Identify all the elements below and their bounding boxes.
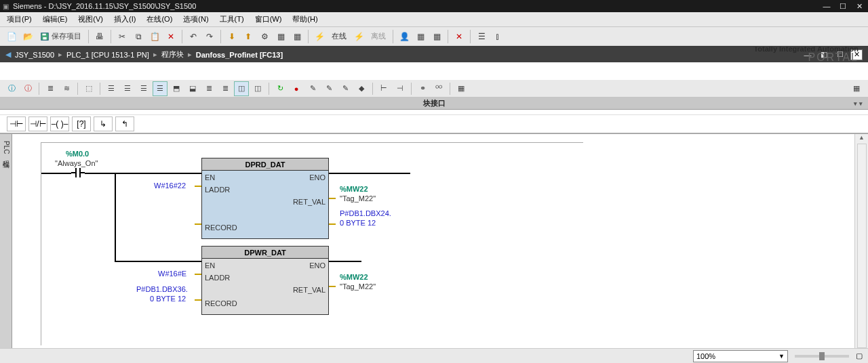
menu-options[interactable]: 选项(N) [179,13,212,26]
slider-thumb[interactable] [819,352,825,360]
tb-icon[interactable]: ⊢ [376,81,391,96]
stop-sim-icon[interactable]: ▦ [290,29,304,44]
branch-open-icon[interactable]: ↳ [94,116,113,131]
menu-help[interactable]: 帮助(H) [288,13,321,26]
scrollbar-track[interactable] [857,144,867,348]
print-icon[interactable]: 🖶 [92,29,107,44]
zoom-out-icon[interactable]: ▢ [856,351,863,360]
tb-icon[interactable]: ⚭ [415,81,430,96]
tb-icon[interactable]: ◫ [234,81,249,96]
dropdown-arrow-icon: ▼ [778,353,785,360]
block-interface-label: 块接口 [423,98,446,108]
contact-nc-icon[interactable]: ⊣/⊢ [28,116,47,131]
tb-icon[interactable]: ◫ [250,81,265,96]
tb-icon[interactable]: ᴼᴼ [431,81,446,96]
contact-no-icon[interactable]: ⊣⊢ [7,116,26,131]
tb-icon[interactable]: ⬚ [81,81,96,96]
laddr-value-2[interactable]: W#16#E [158,270,186,278]
go-offline-label[interactable]: 离线 [368,29,389,44]
accessible-devices-icon[interactable]: 👤 [397,29,412,44]
tb-icon[interactable]: ⬓ [185,81,200,96]
pin-laddr: LADDR [205,274,230,282]
tb-icon[interactable]: ☰ [104,81,119,96]
undo-icon[interactable]: ↶ [186,29,201,44]
tb-icon[interactable]: ✎ [305,81,320,96]
right-scrollbar[interactable]: ▲ ▼ [854,134,868,358]
tb-icon[interactable]: ≣ [218,81,233,96]
tb-icon[interactable]: ☰ [120,81,135,96]
new-project-icon[interactable]: 📄 [4,29,19,44]
left-side-tab[interactable]: PLC 编程 [0,134,12,358]
device-config-icon[interactable]: ▦ [413,29,428,44]
bc-project[interactable]: JSY_S1500 [15,51,54,59]
menu-insert[interactable]: 插入(I) [110,13,140,26]
upload-icon[interactable]: ⬆ [241,29,256,44]
tb-icon[interactable]: ≣ [201,81,216,96]
split-v-icon[interactable]: ⫿ [490,29,505,44]
chevron-down-icon: ▾ ▾ [854,100,863,107]
fb-dprd-dat[interactable]: DPRD_DAT EN LADDR RECORD ENO RET_VAL [201,158,329,239]
save-project-button[interactable]: 保存项目 [37,29,85,44]
toggle-interface-icon[interactable]: ▦ [849,81,864,96]
statusbar: 100% ▼ ▢ [0,348,868,363]
compile-icon[interactable]: ⚙ [257,29,272,44]
menu-view[interactable]: 视图(V) [74,13,107,26]
svg-rect-1 [43,33,46,35]
editor-area: PLC 编程 %M0.0 "Always_On" DPRD_DAT [0,134,868,358]
bc-plc[interactable]: PLC_1 [CPU 1513-1 PN] [66,51,149,59]
tb-icon[interactable]: ⊣ [393,81,408,96]
zoom-slider[interactable] [795,355,849,358]
compare-icon[interactable]: ▦ [429,29,444,44]
cut-icon[interactable]: ✂ [115,29,130,44]
scroll-up-icon[interactable]: ▲ [859,134,865,141]
tb-icon[interactable]: ● [289,81,304,96]
tb-icon[interactable]: ✎ [321,81,336,96]
tb-icon[interactable]: ≋ [59,81,74,96]
go-offline-icon[interactable]: ⚡ [351,29,366,44]
download-icon[interactable]: ⬇ [224,29,239,44]
maximize-button[interactable]: ☐ [837,2,849,11]
tb-icon[interactable]: ≣ [43,81,58,96]
tb-icon[interactable]: ▦ [454,81,469,96]
delete-icon[interactable]: ✕ [163,29,178,44]
ladder-canvas[interactable]: %M0.0 "Always_On" DPRD_DAT EN LADDR R [12,134,854,358]
monitor-off-icon[interactable]: ⓘ [20,81,35,96]
paste-icon[interactable]: 📋 [147,29,162,44]
tb-icon[interactable]: ☰ [153,81,167,96]
open-project-icon[interactable]: 📂 [20,29,35,44]
laddr-value[interactable]: W#16#22 [154,182,186,190]
monitor-on-icon[interactable]: ⓘ [4,81,19,96]
tia-line2: PORTAL [753,51,859,64]
pin-eno: ENO [309,261,326,270]
tb-icon[interactable]: ✎ [338,81,353,96]
menu-window[interactable]: 窗口(W) [251,13,286,26]
zoom-select[interactable]: 100% ▼ [693,350,788,362]
contact-address: %M0.0 [66,150,89,158]
cross-ref-icon[interactable]: ✕ [452,29,467,44]
tb-icon[interactable]: ◆ [354,81,369,96]
no-contact[interactable] [71,168,85,177]
minimize-button[interactable]: — [821,2,833,11]
box-icon[interactable]: [?] [72,116,91,131]
menu-project[interactable]: 项目(P) [3,13,36,26]
fb-dpwr-dat[interactable]: DPWR_DAT EN LADDR RECORD ENO RET_VAL [201,246,329,315]
copy-icon[interactable]: ⧉ [131,29,146,44]
chevron-right-icon: ▸ [153,50,157,59]
tb-icon[interactable]: ↻ [273,81,288,96]
close-button[interactable]: ✕ [853,2,865,11]
coil-icon[interactable]: –( )– [50,116,69,131]
menu-online[interactable]: 在线(O) [142,13,176,26]
go-online-icon[interactable]: ⚡ [312,29,327,44]
branch-close-icon[interactable]: ↰ [115,116,134,131]
menu-tools[interactable]: 工具(T) [216,13,248,26]
tb-icon[interactable]: ⬒ [169,81,184,96]
menu-edit[interactable]: 编辑(E) [39,13,72,26]
block-interface-header[interactable]: 块接口 ▾ ▾ [0,98,868,110]
redo-icon[interactable]: ↷ [202,29,217,44]
split-h-icon[interactable]: ☰ [474,29,489,44]
bc-blocks[interactable]: 程序块 [161,49,184,60]
go-online-label[interactable]: 在线 [328,29,350,44]
tb-icon[interactable]: ☰ [136,81,151,96]
editor-toolbar: ⓘ ⓘ ≣ ≋ ⬚ ☰ ☰ ☰ ☰ ⬒ ⬓ ≣ ≣ ◫ ◫ ↻ ● ✎ ✎ ✎ … [0,80,868,98]
start-sim-icon[interactable]: ▦ [273,29,288,44]
